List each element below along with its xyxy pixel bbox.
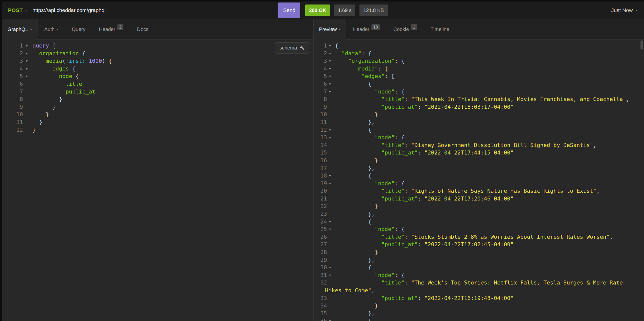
- tab-header[interactable]: Header18: [346, 19, 386, 40]
- code-line-30: 30▾ {: [314, 264, 644, 271]
- tab-cookie[interactable]: Cookie1: [387, 19, 424, 40]
- code-line-35: 35 },: [314, 310, 644, 317]
- line-number: 24: [314, 218, 327, 226]
- chevron-down-icon: ▾: [636, 9, 637, 12]
- code-line-11: 11 },: [314, 119, 644, 126]
- line-number: 29: [314, 256, 327, 264]
- fold-spacer: [327, 111, 333, 119]
- code-text: }: [333, 111, 644, 119]
- fold-toggle-icon[interactable]: ▾: [327, 50, 333, 58]
- code-text: },: [333, 164, 644, 172]
- tab-graphql[interactable]: GraphQL▾: [2, 19, 38, 40]
- code-text: {: [333, 317, 644, 321]
- code-text: }: [30, 111, 313, 119]
- line-number: 15: [314, 149, 327, 157]
- fold-spacer: [23, 96, 30, 103]
- tab-auth[interactable]: Auth▾: [38, 19, 65, 40]
- url-input[interactable]: [32, 7, 278, 14]
- code-text: }: [333, 302, 644, 310]
- request-url-bar: POST ▾ Send: [2, 2, 302, 19]
- code-text: }: [30, 96, 313, 103]
- line-number: 16: [314, 157, 327, 164]
- tab-label: Query: [72, 27, 85, 32]
- tab-docs[interactable]: Docs: [130, 19, 155, 40]
- fold-toggle-icon[interactable]: ▾: [327, 80, 333, 88]
- line-number: 10: [314, 111, 327, 119]
- code-line-11: 11 }: [2, 119, 313, 126]
- line-number: 26: [314, 233, 327, 241]
- method-label: POST: [8, 7, 23, 13]
- top-bar: POST ▾ Send 200 OK 1.69 s 121.8 KB Just …: [2, 2, 644, 19]
- fold-toggle-icon[interactable]: ▾: [327, 180, 333, 187]
- fold-toggle-icon[interactable]: ▾: [327, 317, 333, 321]
- schema-button[interactable]: schema: [275, 42, 309, 54]
- code-text: "public_at": "2022-04-22T16:19:48-04:00": [333, 294, 644, 302]
- tab-header[interactable]: Header2: [92, 19, 130, 40]
- code-line-3: 3▾ "organization": {: [314, 57, 644, 65]
- code-text: }: [333, 202, 644, 210]
- fold-toggle-icon[interactable]: ▾: [327, 134, 333, 142]
- fold-toggle-icon[interactable]: ▾: [23, 50, 30, 58]
- fold-toggle-icon[interactable]: ▾: [23, 65, 30, 73]
- fold-toggle-icon[interactable]: ▾: [327, 126, 333, 134]
- tab-label: Auth: [44, 27, 54, 32]
- tab-timeline[interactable]: Timeline: [424, 19, 456, 40]
- fold-spacer: [327, 149, 333, 157]
- line-number: 5: [2, 73, 23, 80]
- fold-toggle-icon[interactable]: ▾: [23, 42, 30, 50]
- code-text: "node": {: [333, 271, 644, 279]
- fold-toggle-icon[interactable]: ▾: [327, 57, 333, 65]
- code-line-17: 17 },: [314, 164, 644, 172]
- code-line-16: 16 }: [314, 157, 644, 164]
- line-number: 21: [314, 195, 327, 203]
- response-pane: Preview▾Header18Cookie1Timeline 1▾{2▾ "d…: [313, 19, 644, 321]
- code-text: }: [333, 157, 644, 164]
- fold-spacer: [327, 241, 333, 248]
- line-number: 22: [314, 202, 327, 210]
- code-text: {: [333, 264, 644, 271]
- request-tab-bar: GraphQL▾Auth▾QueryHeader2Docs: [2, 19, 313, 40]
- fold-spacer: [23, 126, 30, 134]
- fold-toggle-icon[interactable]: ▾: [327, 225, 333, 233]
- code-line-6: 6 title: [2, 80, 313, 88]
- scrollbar-thumb[interactable]: [640, 41, 643, 50]
- code-line-22: 22 }: [314, 202, 644, 210]
- response-preview[interactable]: 1▾{2▾ "data": {3▾ "organization": {4▾ "m…: [314, 40, 644, 321]
- code-text: },: [333, 310, 644, 317]
- line-number: 34: [314, 302, 327, 310]
- fold-toggle-icon[interactable]: ▾: [23, 57, 30, 65]
- code-line-28: 28 }: [314, 248, 644, 256]
- fold-spacer: [327, 248, 333, 256]
- fold-toggle-icon[interactable]: ▾: [327, 88, 333, 96]
- fold-toggle-icon[interactable]: ▾: [327, 73, 333, 80]
- fold-toggle-icon[interactable]: ▾: [23, 73, 30, 80]
- code-line-5: 5▾ node {: [2, 73, 313, 80]
- code-text: "public_at": "2022-04-22T18:03:17-04:00": [333, 103, 644, 111]
- code-text: "title": "The Week's Top Stories: Netfli…: [333, 279, 644, 287]
- tab-preview[interactable]: Preview▾: [314, 19, 346, 40]
- line-number: 4: [314, 65, 327, 73]
- line-number: 12: [314, 126, 327, 134]
- fold-spacer: [327, 142, 333, 149]
- method-dropdown[interactable]: POST ▾: [8, 7, 27, 13]
- response-history-dropdown[interactable]: Just Now ▾: [611, 7, 637, 13]
- code-line-7: 7▾ "node": {: [314, 88, 644, 96]
- line-number: 7: [314, 88, 327, 96]
- chevron-down-icon: ▾: [25, 9, 27, 12]
- fold-toggle-icon[interactable]: ▾: [327, 65, 333, 73]
- fold-spacer: [23, 88, 30, 96]
- schema-button-label: schema: [280, 44, 297, 52]
- fold-spacer: [327, 279, 333, 287]
- fold-toggle-icon[interactable]: ▾: [327, 172, 333, 180]
- send-button[interactable]: Send: [278, 3, 300, 18]
- code-line-13: 13▾ "node": {: [314, 134, 644, 142]
- fold-toggle-icon[interactable]: ▾: [327, 42, 333, 50]
- fold-toggle-icon[interactable]: ▾: [327, 271, 333, 279]
- fold-toggle-icon[interactable]: ▾: [327, 264, 333, 271]
- graphql-query-editor[interactable]: 1▾query {2▾ organization {3▾ media(first…: [2, 40, 313, 321]
- fold-toggle-icon[interactable]: ▾: [327, 218, 333, 226]
- tab-query[interactable]: Query: [65, 19, 92, 40]
- code-text: "media": {: [333, 65, 644, 73]
- code-line-9: 9 "public_at": "2022-04-22T18:03:17-04:0…: [314, 103, 644, 111]
- code-line-1: 1▾query {: [2, 42, 313, 50]
